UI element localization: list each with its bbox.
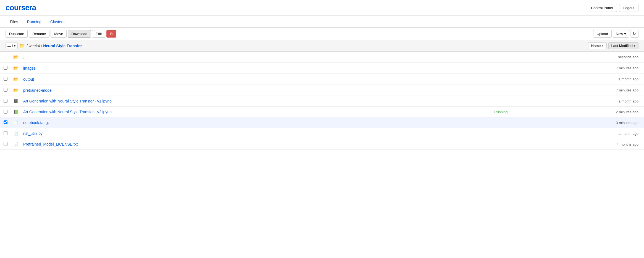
control-panel-button[interactable]: Control Panel xyxy=(587,4,617,12)
upload-button[interactable]: Upload xyxy=(593,30,612,38)
file-link-art-v2[interactable]: Art Generation with Neural Style Transfe… xyxy=(23,110,112,114)
tab-clusters[interactable]: Clusters xyxy=(46,17,69,27)
refresh-button[interactable]: ↻ xyxy=(630,30,638,38)
table-row: 📄 notebook.tar.gz 3 minutes ago xyxy=(0,117,644,128)
table-row: 📗 Art Generation with Neural Style Trans… xyxy=(0,107,644,117)
file-link-images[interactable]: images xyxy=(23,66,36,70)
folder-icon: 📂 xyxy=(13,77,19,81)
row-time-images: 7 minutes ago xyxy=(512,63,644,74)
move-button[interactable]: Move xyxy=(51,30,67,38)
row-name-art-v1[interactable]: Art Generation with Neural Style Transfe… xyxy=(21,96,425,107)
row-status-art-v2: Running xyxy=(425,107,512,117)
row-status-images xyxy=(425,63,512,74)
table-row: 📓 Art Generation with Neural Style Trans… xyxy=(0,96,644,107)
table-row: 📂 images 7 minutes ago xyxy=(0,63,644,74)
row-icon-output: 📂 xyxy=(11,74,21,85)
row-check-license[interactable] xyxy=(0,139,11,150)
file-link-license[interactable]: Pretrained_Model_LICENSE.txt xyxy=(23,142,78,146)
row-check-parent xyxy=(0,52,11,63)
row-status-notebook-tar xyxy=(425,117,512,128)
row-status-license xyxy=(425,139,512,150)
row-name-art-v2[interactable]: Art Generation with Neural Style Transfe… xyxy=(21,107,425,117)
row-time-output: a month ago xyxy=(512,74,644,85)
path-separator-2: / xyxy=(41,44,43,48)
file-icon: 📄 xyxy=(13,120,19,125)
file-icon: 📄 xyxy=(13,142,19,146)
row-time-pretrained: 7 minutes ago xyxy=(512,85,644,96)
row-check-images[interactable] xyxy=(0,63,11,74)
row-name-pretrained[interactable]: pretrained-model xyxy=(21,85,425,96)
table-row: 📂 pretrained-model 7 minutes ago xyxy=(0,85,644,96)
select-all-control[interactable]: ▬ 1 ▾ xyxy=(6,43,18,49)
row-check-art-v1[interactable] xyxy=(0,96,11,107)
row-name-license[interactable]: Pretrained_Model_LICENSE.txt xyxy=(21,139,425,150)
file-link-output[interactable]: output xyxy=(23,77,34,81)
sort-modified-button[interactable]: Last Modified ↑ xyxy=(608,42,638,49)
edit-button[interactable]: Edit xyxy=(92,30,105,38)
running-badge: Running xyxy=(494,110,507,114)
notebook-green-icon: 📗 xyxy=(13,109,19,114)
row-time-art-v1: a month ago xyxy=(512,96,644,107)
checkbox-license[interactable] xyxy=(4,142,7,146)
table-row: 📄 nst_utils.py a month ago xyxy=(0,128,644,139)
sort-name-button[interactable]: Name ↑ xyxy=(588,42,607,49)
checkbox-notebook-tar[interactable] xyxy=(4,120,7,124)
breadcrumb-bar: ▬ 1 ▾ 📁 / week4 / Neural Style Transfer … xyxy=(0,40,644,52)
row-check-art-v2[interactable] xyxy=(0,107,11,117)
table-row: 📄 Pretrained_Model_LICENSE.txt 4 months … xyxy=(0,139,644,150)
row-check-pretrained[interactable] xyxy=(0,85,11,96)
header-buttons: Control Panel Logout xyxy=(587,4,638,12)
row-icon-pretrained: 📂 xyxy=(11,85,21,96)
folder-icon: 📂 xyxy=(13,66,19,70)
row-name-output[interactable]: output xyxy=(21,74,425,85)
folder-up-icon: 📂 xyxy=(13,55,19,59)
row-status-output xyxy=(425,74,512,85)
row-status-art-v1 xyxy=(425,96,512,107)
breadcrumb-path: / week4 / Neural Style Transfer xyxy=(27,44,82,48)
tab-running[interactable]: Running xyxy=(23,17,46,27)
breadcrumb-week4[interactable]: week4 xyxy=(29,44,40,48)
row-name-nst-utils[interactable]: nst_utils.py xyxy=(21,128,425,139)
file-link-art-v1[interactable]: Art Generation with Neural Style Transfe… xyxy=(23,99,112,103)
duplicate-button[interactable]: Duplicate xyxy=(6,30,28,38)
row-icon-parent: 📂 xyxy=(11,52,21,63)
row-time-license: 4 months ago xyxy=(512,139,644,150)
rename-button[interactable]: Rename xyxy=(29,30,49,38)
row-name-notebook-tar[interactable]: notebook.tar.gz xyxy=(21,117,425,128)
file-link-pretrained[interactable]: pretrained-model xyxy=(23,88,53,93)
row-check-nst-utils[interactable] xyxy=(0,128,11,139)
row-status-pretrained xyxy=(425,85,512,96)
row-icon-art-v1: 📓 xyxy=(11,96,21,107)
logout-button[interactable]: Logout xyxy=(619,4,638,12)
download-button[interactable]: Download xyxy=(68,30,91,38)
tab-files[interactable]: Files xyxy=(6,17,23,27)
toolbar-right: Upload New ▾ ↻ xyxy=(593,30,638,38)
toolbar: Duplicate Rename Move Download Edit 🗑 Up… xyxy=(0,28,644,40)
row-name-parent[interactable]: .. xyxy=(21,52,425,63)
checkbox-images[interactable] xyxy=(4,66,7,70)
breadcrumb-folder-icon: 📁 xyxy=(19,43,25,48)
file-table: 📂 .. seconds ago 📂 images 7 minutes ago xyxy=(0,52,644,150)
toolbar-left: Duplicate Rename Move Download Edit 🗑 xyxy=(6,30,116,38)
folder-icon: 📂 xyxy=(13,88,19,93)
dropdown-arrow-icon: ▾ xyxy=(624,32,626,36)
breadcrumb-left: ▬ 1 ▾ 📁 / week4 / Neural Style Transfer xyxy=(6,43,82,49)
trash-icon: 🗑 xyxy=(109,32,113,36)
file-icon: 📄 xyxy=(13,131,19,136)
row-check-notebook-tar[interactable] xyxy=(0,117,11,128)
breadcrumb-right: Name ↑ Last Modified ↑ xyxy=(588,42,638,49)
new-button[interactable]: New ▾ xyxy=(613,30,629,38)
checkbox-nst-utils[interactable] xyxy=(4,131,7,135)
row-name-images[interactable]: images xyxy=(21,63,425,74)
path-separator-1: / xyxy=(27,44,29,48)
checkbox-art-v1[interactable] xyxy=(4,99,7,103)
file-link-nst-utils[interactable]: nst_utils.py xyxy=(23,131,43,136)
row-time-notebook-tar: 3 minutes ago xyxy=(512,117,644,128)
delete-button[interactable]: 🗑 xyxy=(106,30,116,38)
row-check-output[interactable] xyxy=(0,74,11,85)
file-link-notebook-tar[interactable]: notebook.tar.gz xyxy=(23,120,50,125)
checkbox-art-v2[interactable] xyxy=(4,110,7,114)
checkbox-output[interactable] xyxy=(4,77,7,81)
selected-count: 1 xyxy=(11,44,13,48)
checkbox-pretrained[interactable] xyxy=(4,88,7,92)
